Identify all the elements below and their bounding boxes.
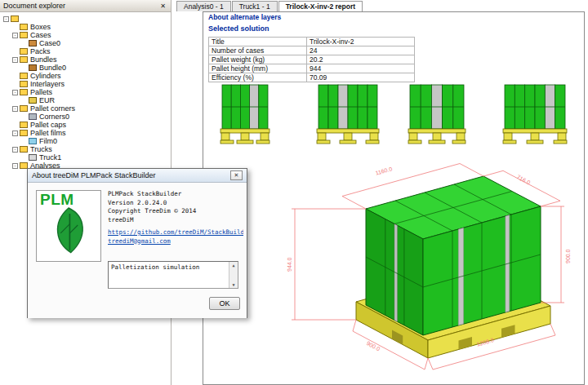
tree-expand-toggle[interactable]: -: [12, 147, 18, 153]
tree-item-interlayers[interactable]: -Interlayers: [2, 80, 171, 88]
leaf-icon: [46, 206, 91, 256]
dialog-body: PLM PLMPack StackBuilderVersion 2.0.24.0…: [28, 183, 247, 318]
description-box[interactable]: Palletization simulation ▲ ▼: [108, 261, 238, 289]
explorer-close-icon[interactable]: ✕: [158, 2, 167, 10]
report-heading-clipped: About alternate layers: [208, 13, 281, 21]
tree-item-label: Pallet films: [30, 129, 66, 137]
tree-item-pallets[interactable]: -Pallets: [2, 88, 171, 96]
tree-item-label: Cylinders: [30, 72, 61, 80]
tree-expand-toggle[interactable]: -: [12, 90, 18, 95]
dialog-info-line: PLMPack StackBuilder: [108, 190, 243, 199]
table-row: TitleTrilock-X-inv-2: [209, 38, 415, 46]
tree-item-label: Pallet corners: [30, 104, 75, 113]
dialog-title: About treeDiM PLMPack StackBuilder: [32, 171, 230, 179]
scroll-up-icon[interactable]: ▲: [232, 263, 234, 268]
table-row: Pallet weight (kg)20.2: [209, 55, 415, 64]
tree-item-label: Packs: [30, 47, 51, 55]
folder-icon: [11, 15, 19, 22]
dialog-close-button[interactable]: ✕: [230, 170, 243, 180]
tree-item-root[interactable]: -: [2, 15, 171, 23]
tree-item-label: Case0: [39, 39, 60, 47]
tree-item-trucks[interactable]: -Trucks: [2, 145, 171, 153]
report-heading-selected-solution: Selected solution: [208, 24, 270, 33]
corners-icon: [29, 113, 37, 120]
plm-logo: PLM: [36, 190, 101, 262]
explorer-tree: --Boxes-Cases-Case0-Packs-Bundles-Bundle…: [0, 12, 171, 178]
explorer-header: Document explorer ✕: [0, 0, 171, 12]
table-cell-label: Pallet height (mm): [209, 64, 307, 73]
tree-expand-toggle[interactable]: -: [12, 131, 18, 136]
tree-item-label: Corners0: [39, 113, 69, 121]
pallet-icon: [29, 97, 37, 104]
tree-item-cases[interactable]: -Cases: [2, 31, 171, 39]
pallet-view-2: [316, 81, 380, 154]
tree-item-label: Interlayers: [30, 80, 65, 88]
tree-item-cylinders[interactable]: -Cylinders: [2, 72, 171, 80]
dialog-titlebar[interactable]: About treeDiM PLMPack StackBuilder ✕: [28, 169, 247, 183]
table-row: Pallet height (mm)944: [209, 64, 415, 73]
folder-icon: [20, 130, 28, 136]
folder-icon: [20, 56, 28, 63]
tree-item-label: Film0: [39, 137, 57, 145]
pallet-view-4: [502, 81, 568, 154]
document-tabbar: Analysis0 - 1Truck1 - 1Trilock-X-inv-2 r…: [176, 0, 363, 11]
bundle-icon: [29, 64, 37, 71]
folder-icon: [20, 105, 28, 112]
table-cell-value: 20.2: [307, 55, 415, 64]
description-scrollbar[interactable]: ▲ ▼: [229, 262, 238, 288]
folder-icon: [20, 48, 28, 55]
tree-item-packs[interactable]: -Packs: [2, 47, 171, 55]
ok-button[interactable]: OK: [209, 297, 240, 310]
truck-icon: [29, 154, 37, 161]
app-window: Document explorer ✕ --Boxes-Cases-Case0-…: [0, 0, 588, 385]
folder-icon: [20, 24, 28, 30]
tab-trilock-x-inv-2-report[interactable]: Trilock-X-inv-2 report: [278, 1, 363, 11]
dialog-info-line: treeDiM: [108, 216, 243, 225]
tree-item-case0[interactable]: -Case0: [2, 39, 171, 47]
folder-icon: [20, 146, 28, 153]
pallet-3d-view: 1160.0 716.0 944.0 900.0 900.0 1208.0: [261, 156, 585, 379]
tab-analysis0-1[interactable]: Analysis0 - 1: [176, 1, 231, 11]
folder-icon: [20, 122, 28, 128]
dim-label-pallet-height: 944.0: [287, 257, 292, 272]
tree-item-pallet-corners[interactable]: -Pallet corners: [2, 104, 171, 113]
explorer-title: Document explorer: [3, 2, 158, 10]
table-cell-value: 24: [307, 46, 415, 55]
tree-item-label: Cases: [30, 31, 51, 39]
scroll-down-icon[interactable]: ▼: [232, 282, 234, 287]
tree-item-boxes[interactable]: -Boxes: [2, 23, 171, 31]
tree-item-label: Truck1: [39, 153, 61, 162]
solution-table: TitleTrilock-X-inv-2Number of cases24Pal…: [208, 37, 415, 82]
plm-logo-text: PLM: [37, 191, 100, 207]
tree-expand-toggle[interactable]: -: [3, 16, 9, 22]
table-cell-value: Trilock-X-inv-2: [307, 38, 415, 46]
tree-item-film0[interactable]: -Film0: [2, 137, 171, 145]
tab-truck1-1[interactable]: Truck1 - 1: [232, 1, 278, 11]
tree-expand-toggle[interactable]: -: [12, 57, 18, 63]
table-cell-label: Pallet weight (kg): [209, 55, 307, 64]
dialog-info: PLMPack StackBuilderVersion 2.0.24.0Copy…: [108, 190, 243, 246]
tree-item-bundles[interactable]: -Bundles: [2, 55, 171, 64]
tree-item-pallet-films[interactable]: -Pallet films: [2, 129, 171, 137]
email-link[interactable]: treediM@gmail.com: [108, 237, 243, 246]
tree-item-label: Boxes: [30, 23, 51, 31]
tree-expand-toggle[interactable]: -: [12, 33, 18, 38]
table-cell-value: 944: [307, 64, 415, 73]
table-cell-label: Number of cases: [209, 46, 307, 55]
tree-item-bundle0[interactable]: -Bundle0: [2, 64, 171, 72]
tree-item-pallet-caps[interactable]: -Pallet caps: [2, 121, 171, 129]
tree-item-truck1[interactable]: -Truck1: [2, 153, 171, 162]
tree-expand-toggle[interactable]: -: [12, 163, 18, 169]
tree-item-corners0[interactable]: -Corners0: [2, 113, 171, 121]
tree-item-eur[interactable]: -EUR: [2, 96, 171, 104]
tree-item-label: Bundle0: [39, 64, 66, 72]
case-icon: [29, 40, 37, 46]
dim-label-right-height: 900.0: [565, 249, 571, 263]
github-link[interactable]: https://github.com/treeDiM/StackBuilder/…: [108, 228, 243, 237]
tree-item-label: EUR: [39, 96, 55, 104]
folder-icon: [20, 81, 28, 87]
tree-expand-toggle[interactable]: -: [12, 106, 18, 112]
about-dialog: About treeDiM PLMPack StackBuilder ✕ PLM…: [27, 168, 247, 318]
film-icon: [29, 138, 37, 144]
folder-icon: [20, 32, 28, 38]
